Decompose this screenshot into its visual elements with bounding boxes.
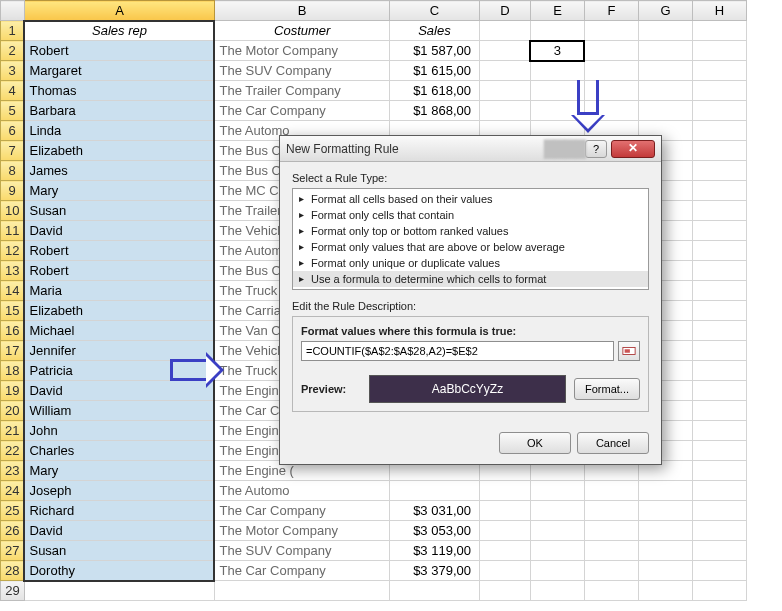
cell[interactable] bbox=[638, 41, 692, 61]
rule-type-item[interactable]: Format only top or bottom ranked values bbox=[293, 223, 648, 239]
cell[interactable] bbox=[692, 461, 746, 481]
cell-customer[interactable]: The SUV Company bbox=[214, 541, 389, 561]
format-button[interactable]: Format... bbox=[574, 378, 640, 400]
cell-sales[interactable]: $1 587,00 bbox=[389, 41, 479, 61]
row-header[interactable]: 22 bbox=[1, 441, 25, 461]
cell[interactable] bbox=[692, 301, 746, 321]
cell[interactable] bbox=[692, 541, 746, 561]
cell-rep[interactable]: Thomas bbox=[24, 81, 214, 101]
cell[interactable] bbox=[584, 21, 638, 41]
cell-rep[interactable]: Robert bbox=[24, 261, 214, 281]
cell-rep[interactable]: Barbara bbox=[24, 101, 214, 121]
row-header[interactable]: 28 bbox=[1, 561, 25, 581]
row-header[interactable]: 8 bbox=[1, 161, 25, 181]
cell[interactable] bbox=[692, 81, 746, 101]
cell[interactable] bbox=[692, 501, 746, 521]
cell-rep[interactable]: Maria bbox=[24, 281, 214, 301]
cell[interactable] bbox=[584, 501, 638, 521]
ok-button[interactable]: OK bbox=[499, 432, 571, 454]
close-button[interactable]: ✕ bbox=[611, 140, 655, 158]
cell-rep[interactable]: John bbox=[24, 421, 214, 441]
cell[interactable] bbox=[479, 521, 530, 541]
cell[interactable] bbox=[638, 81, 692, 101]
cell[interactable] bbox=[692, 41, 746, 61]
row-header[interactable]: 27 bbox=[1, 541, 25, 561]
cell[interactable] bbox=[479, 81, 530, 101]
select-all-corner[interactable] bbox=[1, 1, 25, 21]
cell-sales[interactable]: $3 119,00 bbox=[389, 541, 479, 561]
rule-type-item[interactable]: Format only unique or duplicate values bbox=[293, 255, 648, 271]
cell-customer[interactable]: The Car Company bbox=[214, 501, 389, 521]
row-header[interactable]: 29 bbox=[1, 581, 25, 601]
cell-customer[interactable]: The Trailer Company bbox=[214, 81, 389, 101]
cell-customer[interactable]: The Automo bbox=[214, 481, 389, 501]
cell[interactable] bbox=[692, 241, 746, 261]
cell-rep[interactable]: Linda bbox=[24, 121, 214, 141]
cell[interactable] bbox=[638, 521, 692, 541]
row-header[interactable]: 20 bbox=[1, 401, 25, 421]
row-header[interactable]: 6 bbox=[1, 121, 25, 141]
header-cell[interactable]: Sales bbox=[389, 21, 479, 41]
row-header[interactable]: 5 bbox=[1, 101, 25, 121]
cell[interactable] bbox=[692, 161, 746, 181]
cell[interactable] bbox=[692, 261, 746, 281]
cell[interactable] bbox=[530, 501, 584, 521]
cell[interactable] bbox=[584, 541, 638, 561]
row-header[interactable]: 26 bbox=[1, 521, 25, 541]
cell-sales[interactable] bbox=[389, 481, 479, 501]
cell-rep[interactable]: William bbox=[24, 401, 214, 421]
cell[interactable] bbox=[530, 61, 584, 81]
row-header[interactable]: 7 bbox=[1, 141, 25, 161]
rule-type-item[interactable]: Format only cells that contain bbox=[293, 207, 648, 223]
rule-type-list[interactable]: Format all cells based on their values F… bbox=[292, 188, 649, 290]
cell[interactable] bbox=[692, 181, 746, 201]
cell-rep[interactable]: Richard bbox=[24, 501, 214, 521]
cell-e2[interactable]: 3 bbox=[530, 41, 584, 61]
rule-type-item[interactable]: Format only values that are above or bel… bbox=[293, 239, 648, 255]
row-header[interactable]: 21 bbox=[1, 421, 25, 441]
cell[interactable] bbox=[692, 581, 746, 601]
cell[interactable] bbox=[479, 541, 530, 561]
cell[interactable] bbox=[530, 541, 584, 561]
cell[interactable] bbox=[638, 581, 692, 601]
cell[interactable] bbox=[530, 521, 584, 541]
row-header[interactable]: 4 bbox=[1, 81, 25, 101]
header-cell[interactable]: Sales rep bbox=[24, 21, 214, 41]
cell[interactable] bbox=[692, 121, 746, 141]
header-cell[interactable]: Costumer bbox=[214, 21, 389, 41]
cell[interactable] bbox=[479, 481, 530, 501]
row-header[interactable]: 19 bbox=[1, 381, 25, 401]
collapse-dialog-button[interactable] bbox=[618, 341, 640, 361]
cell-sales[interactable]: $3 379,00 bbox=[389, 561, 479, 581]
rule-type-item[interactable]: Format all cells based on their values bbox=[293, 191, 648, 207]
cell[interactable] bbox=[584, 561, 638, 581]
cell-rep[interactable]: Robert bbox=[24, 241, 214, 261]
column-header-d[interactable]: D bbox=[479, 1, 530, 21]
row-header[interactable]: 12 bbox=[1, 241, 25, 261]
cell[interactable] bbox=[692, 361, 746, 381]
cell-rep[interactable]: Robert bbox=[24, 41, 214, 61]
cell[interactable] bbox=[584, 41, 638, 61]
cell[interactable] bbox=[692, 221, 746, 241]
cell[interactable] bbox=[692, 321, 746, 341]
cell-sales[interactable]: $3 031,00 bbox=[389, 501, 479, 521]
cell[interactable] bbox=[692, 201, 746, 221]
cell[interactable] bbox=[584, 61, 638, 81]
row-header[interactable]: 18 bbox=[1, 361, 25, 381]
cell[interactable] bbox=[638, 501, 692, 521]
cell-sales[interactable]: $1 615,00 bbox=[389, 61, 479, 81]
column-header-h[interactable]: H bbox=[692, 1, 746, 21]
help-button[interactable]: ? bbox=[585, 140, 607, 158]
cell-rep[interactable]: David bbox=[24, 521, 214, 541]
cell[interactable] bbox=[692, 481, 746, 501]
cell-rep[interactable]: Joseph bbox=[24, 481, 214, 501]
cell-rep[interactable]: Dorothy bbox=[24, 561, 214, 581]
cell[interactable] bbox=[692, 141, 746, 161]
cell-rep[interactable]: Michael bbox=[24, 321, 214, 341]
cell[interactable] bbox=[530, 481, 584, 501]
row-header[interactable]: 25 bbox=[1, 501, 25, 521]
cell-rep[interactable]: James bbox=[24, 161, 214, 181]
cell-customer[interactable]: The Motor Company bbox=[214, 41, 389, 61]
cell-sales[interactable]: $1 868,00 bbox=[389, 101, 479, 121]
cell-rep[interactable]: David bbox=[24, 221, 214, 241]
